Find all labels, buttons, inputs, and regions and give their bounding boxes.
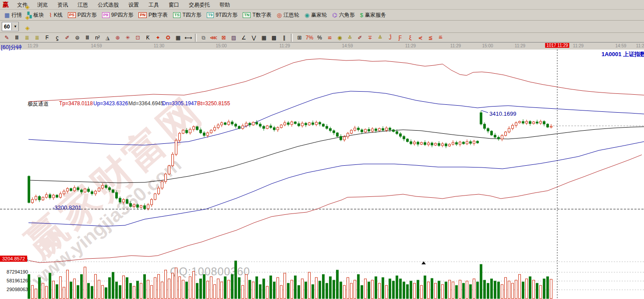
gold-grid-1-button[interactable]: ≣: [22, 34, 32, 42]
fan-lines-button[interactable]: ⋘: [209, 34, 218, 42]
angle-button[interactable]: ◮: [103, 34, 112, 42]
ruler-box-button[interactable]: ⊞: [295, 34, 304, 42]
feature-kline[interactable]: ⌇K线: [49, 11, 62, 19]
pencil-flag-button[interactable]: ✐: [355, 34, 364, 42]
grid-v2-button[interactable]: Ⅲ: [83, 34, 92, 42]
bow-button[interactable]: ϛ: [53, 34, 62, 42]
j-line-button[interactable]: Ĵ: [386, 34, 395, 42]
angle-lines-button[interactable]: ∠: [239, 34, 248, 42]
feature-9p-square[interactable]: P99P四方形: [102, 11, 134, 19]
winner-button[interactable]: ✪: [163, 34, 173, 42]
feature-p-table[interactable]: PNP数字表: [138, 11, 168, 19]
pct-levels-button[interactable]: ≌: [325, 34, 334, 42]
diamond-right-button[interactable]: ◈: [22, 2, 33, 12]
grid-a-button[interactable]: ▦: [259, 34, 269, 42]
volume-bar: [60, 277, 62, 299]
spirit-button[interactable]: ✦: [153, 34, 163, 42]
high-annotation-pointer: [481, 110, 488, 113]
diamond-h-button[interactable]: ◈: [22, 12, 33, 23]
box-frame-button[interactable]: ⧉: [199, 34, 208, 42]
candle-body: [512, 125, 514, 128]
candle-body: [547, 124, 549, 127]
feature-winner-service[interactable]: $赢家服务: [360, 11, 386, 19]
y-axis-label: 29098063: [3, 287, 28, 292]
feature-quotes[interactable]: ▦行情: [4, 11, 22, 19]
gold-levels-button[interactable]: ≛: [345, 34, 354, 42]
feature-t-square[interactable]: TST四方形: [173, 11, 202, 19]
volume-bar: [238, 278, 241, 299]
seat-line-button[interactable]: ≝: [436, 34, 445, 42]
candle-body: [484, 124, 486, 128]
link-line-button[interactable]: ⋞: [416, 34, 425, 42]
feature-hexagon[interactable]: ⌬六角形: [332, 11, 354, 19]
feature-gann-wheel[interactable]: ◎江恩轮: [277, 11, 299, 19]
volume-bar: [347, 278, 349, 299]
pencil-2-button[interactable]: ✐: [63, 34, 72, 42]
box-target-button[interactable]: ⊡: [133, 34, 142, 42]
v-lines-button[interactable]: ⋁: [249, 34, 258, 42]
diamond-in-button[interactable]: ◈: [22, 23, 33, 33]
s-line-button[interactable]: ξ: [406, 34, 415, 42]
menu-item-帮助[interactable]: 帮助: [215, 2, 235, 8]
menu-item-江恩[interactable]: 江恩: [73, 2, 93, 8]
h-measure-button[interactable]: ⟷: [184, 34, 193, 42]
k-mark-button[interactable]: Ƙ: [143, 34, 152, 42]
f-line-button[interactable]: Ƒ: [396, 34, 405, 42]
feature-winner-wheel[interactable]: ◉赢家轮: [304, 11, 327, 19]
percent-button[interactable]: %: [315, 34, 324, 42]
volume-bar: [473, 279, 475, 299]
dark-box-button[interactable]: ▨: [229, 34, 238, 42]
feature-9t-square[interactable]: T99T四方形: [207, 11, 238, 19]
target-button[interactable]: ⊕: [113, 34, 122, 42]
price-volume-plot[interactable]: [0, 50, 644, 299]
menu-item-公式选股[interactable]: 公式选股: [93, 2, 124, 8]
candle-body: [277, 128, 279, 130]
candle-body: [91, 192, 93, 194]
pencil-button[interactable]: ✎: [2, 34, 11, 42]
menu-item-浏览[interactable]: 浏览: [32, 2, 53, 8]
menu-item-资讯[interactable]: 资讯: [53, 2, 73, 8]
candle-body: [249, 123, 251, 125]
time-label: 11:29: [515, 43, 525, 48]
volume-bar: [63, 287, 65, 299]
gold-circle-button[interactable]: ◉: [335, 34, 344, 42]
levels-line-button[interactable]: ≦: [426, 34, 435, 42]
volume-bar: [315, 278, 318, 299]
seven-pct-button[interactable]: 7%: [305, 34, 314, 42]
volume-bar: [112, 272, 114, 299]
candle-body: [263, 126, 265, 128]
parallel-button[interactable]: ∥: [280, 34, 289, 42]
star-button[interactable]: ✳: [123, 34, 132, 42]
volume-bar: [550, 279, 552, 299]
grid-v-button[interactable]: Ⅲ: [12, 34, 21, 42]
menu-item-设置[interactable]: 设置: [124, 2, 144, 8]
volume-bar: [32, 285, 34, 299]
volume-bar: [340, 282, 342, 299]
chart-canvas[interactable]: 赢家财富网 www.yingjia360.com QQ:100800360 极反…: [0, 50, 644, 299]
volume-bar: [322, 274, 325, 299]
circle-div-button[interactable]: ⊜: [73, 34, 82, 42]
volume-bar: [154, 278, 156, 299]
volume-bar: [126, 278, 128, 299]
grid-b-button[interactable]: ▩: [269, 34, 279, 42]
time-label: 14:59: [342, 43, 353, 48]
feature-t-table[interactable]: TNT数字表: [243, 11, 271, 19]
balance-button[interactable]: ∓: [365, 34, 375, 42]
gold-grid-2-button[interactable]: ≣: [32, 34, 42, 42]
menu-item-窗口[interactable]: 窗口: [164, 2, 184, 8]
candle-body: [228, 122, 230, 125]
volume-bar: [379, 283, 381, 299]
gold-red-button[interactable]: ≜: [375, 34, 385, 42]
feature-p-square[interactable]: PSP四方形: [68, 11, 97, 19]
grid-cells-button[interactable]: ▦: [173, 34, 183, 42]
n-square-button[interactable]: n²: [93, 34, 102, 42]
period-combobox[interactable]: 60 ▼: [2, 22, 19, 31]
menu-item-工具[interactable]: 工具: [144, 2, 164, 8]
indicator-value: Dn=3305.1947: [162, 100, 197, 107]
chevron-down-icon[interactable]: ▼: [11, 23, 18, 30]
menu-item-交易委托[interactable]: 交易委托: [184, 2, 215, 8]
candle-body: [158, 188, 160, 194]
box-fan-button[interactable]: ⊠: [219, 34, 228, 42]
f-grid-button[interactable]: Ϝ: [42, 34, 52, 42]
y-axis-label: 58196126: [3, 278, 28, 283]
